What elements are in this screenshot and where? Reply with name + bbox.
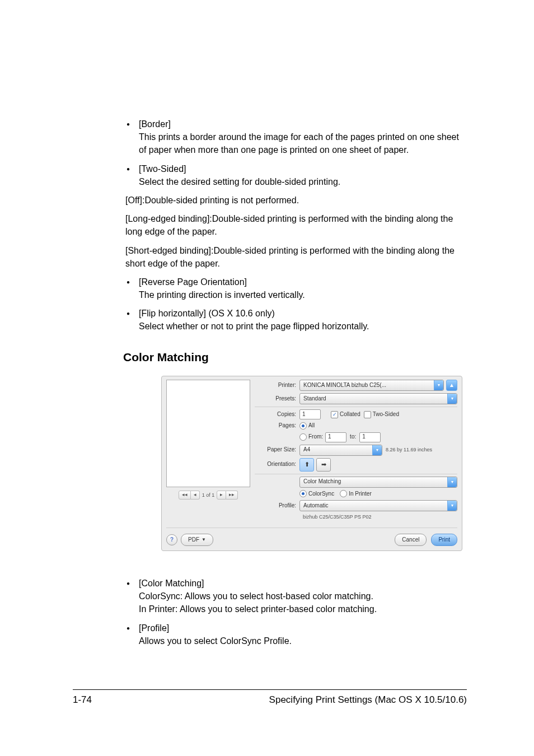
bullet-desc: Select the desired setting for double-si… [139,177,340,186]
print-button[interactable]: Print [431,534,457,546]
section-heading: Color Matching [123,349,467,366]
printer-select[interactable]: KONICA MINOLTA bizhub C25(...▾ [299,380,444,391]
bullet-desc: Allows you to select ColorSync Profile. [139,636,292,646]
paragraph: [Off]:Double-sided printing is not perfo… [125,194,467,207]
orientation-label: Orientation: [255,460,299,469]
bullet-title: [Color Matching] [139,577,467,590]
in-printer-radio[interactable] [340,490,347,497]
bullet-title: [Reverse Page Orientation] [139,276,467,288]
nav-next-button[interactable]: ▸ [217,491,226,500]
nav-first-button[interactable]: ◂◂ [179,491,191,500]
copies-label: Copies: [255,410,299,419]
pages-to-input[interactable]: 1 [359,432,381,442]
bullet-desc: The printing direction is inverted verti… [139,290,305,300]
pages-all-radio[interactable] [299,422,307,430]
person-rotated-icon: ➡ [321,460,326,469]
pages-range-radio[interactable] [299,433,307,441]
profile-select[interactable]: Automatic▾ [299,500,457,511]
orientation-landscape-button[interactable]: ➡ [316,458,331,472]
nav-last-button[interactable]: ▸▸ [226,491,238,500]
paragraph: [Long-edged binding]:Double-sided printi… [125,212,467,238]
printer-status-button[interactable]: ▲ [446,380,457,391]
page-number: 1-74 [73,694,92,706]
presets-label: Presets: [255,395,299,403]
cancel-button[interactable]: Cancel [395,534,427,546]
footer-title: Specifying Print Settings (Mac OS X 10.5… [269,694,467,706]
bullet-desc: In Printer: Allows you to select printer… [139,604,377,614]
pane-select[interactable]: Color Matching▾ [299,477,457,488]
printer-label: Printer: [255,381,299,390]
paper-size-note: 8.26 by 11.69 inches [386,446,432,454]
profile-note: bizhub C25/C35/C35P PS P02 [303,514,371,521]
collated-checkbox[interactable]: ✓ [331,411,338,418]
presets-select[interactable]: Standard▾ [299,393,457,404]
collated-label: Collated [340,410,360,419]
copies-input[interactable]: 1 [299,409,321,419]
pages-from-input[interactable]: 1 [325,432,346,442]
to-label: to: [350,433,356,441]
chevron-down-icon: ▾ [447,394,457,404]
from-label: From: [308,433,323,441]
bullet-title: [Border] [139,118,467,130]
person-icon: ⬆ [305,460,310,469]
profile-label: Profile: [255,502,299,510]
pages-label: Pages: [255,422,299,430]
bullet-desc: This prints a border around the image fo… [139,132,459,155]
paragraph: [Short-edged binding]:Double-sided print… [125,244,467,270]
chevron-down-icon: ▾ [372,445,382,455]
chevron-down-icon: ▾ [447,477,457,487]
colorsync-label: ColorSync [308,490,334,498]
two-sided-label: Two-Sided [373,410,399,419]
bullet-title: [Profile] [139,622,467,634]
colorsync-radio[interactable] [299,490,307,497]
orientation-portrait-button[interactable]: ⬆ [299,458,314,472]
chevron-down-icon: ▾ [434,380,443,390]
nav-prev-button[interactable]: ◂ [191,491,200,500]
bullet-title: [Two-Sided] [139,162,467,175]
preview-pane [166,380,250,487]
chevron-down-icon: ▾ [447,501,457,511]
bullet-desc: Select whether or not to print the page … [139,321,369,331]
in-printer-label: In Printer [349,490,372,498]
chevron-down-icon: ▼ [202,536,206,543]
pages-all-label: All [308,422,315,430]
paper-size-select[interactable]: A4▾ [299,445,382,456]
bullet-desc: ColorSync: Allows you to select host-bas… [139,591,373,601]
help-button[interactable]: ? [166,534,177,545]
two-sided-checkbox[interactable] [364,411,371,418]
nav-page-indicator: 1 of 1 [202,492,215,499]
bullet-title: [Flip horizontally] (OS X 10.6 only) [139,307,467,320]
print-dialog: ◂◂ ◂ 1 of 1 ▸ ▸▸ Printer: [161,376,462,551]
paper-size-label: Paper Size: [255,446,299,454]
pdf-menu-button[interactable]: PDF▼ [181,534,213,546]
